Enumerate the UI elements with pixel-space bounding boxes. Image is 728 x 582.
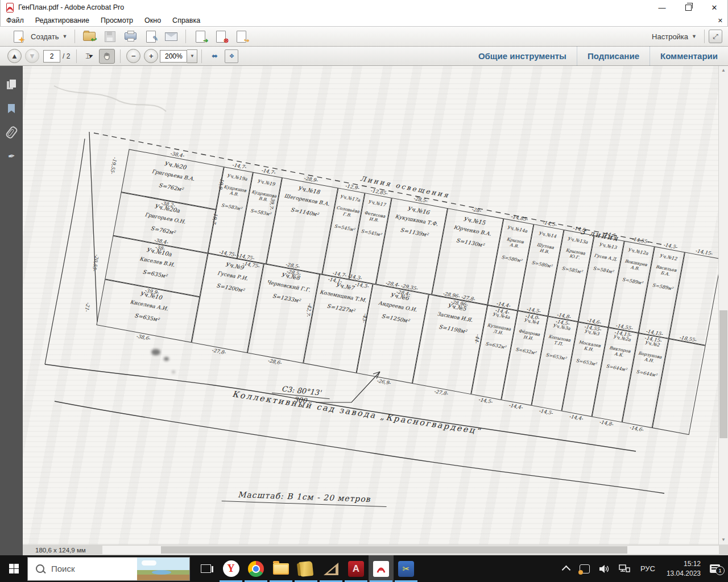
plot-number: Уч.№12а bbox=[627, 247, 648, 256]
weather-widget[interactable] bbox=[137, 558, 189, 580]
page-dimensions: 180,6 x 124,9 мм bbox=[35, 547, 86, 554]
menu-file[interactable]: Файл bbox=[1, 16, 30, 24]
plot-area: S=1227м² bbox=[326, 303, 355, 314]
taskbar-search[interactable]: Поиск bbox=[27, 557, 190, 581]
language-indicator[interactable]: РУС bbox=[640, 564, 655, 573]
settings-button[interactable]: Настройка ▼ bbox=[646, 31, 700, 43]
create-button[interactable]: Создать ▼ bbox=[5, 28, 71, 45]
zoom-dropdown-icon[interactable]: ▼ bbox=[187, 49, 197, 63]
plot-area: S=632м² bbox=[515, 347, 537, 356]
page-total-label: / 2 bbox=[63, 52, 70, 60]
plot-number: Уч.№3а bbox=[552, 323, 570, 331]
plot-owner: Кукушкина Т.Ф. bbox=[394, 213, 440, 228]
speaker-icon[interactable] bbox=[599, 564, 610, 573]
chrome-icon bbox=[248, 561, 264, 577]
scroll-down-icon[interactable]: ▼ bbox=[719, 535, 728, 544]
select-tool-icon[interactable]: ⌶➤ bbox=[82, 49, 97, 63]
scroll-icon bbox=[299, 560, 314, 576]
menu-window[interactable]: Окно bbox=[139, 16, 167, 24]
plot-number: Уч.№19 bbox=[257, 178, 275, 187]
scroll-up-icon[interactable]: ▲ bbox=[719, 66, 728, 75]
scroll-app-button[interactable] bbox=[293, 555, 318, 582]
acrobat-button[interactable] bbox=[369, 555, 394, 582]
expand-mode-icon[interactable]: ⤢ bbox=[709, 30, 722, 43]
yandex-browser-button[interactable]: Y bbox=[218, 555, 243, 582]
fit-page-icon[interactable]: ✥ bbox=[225, 49, 238, 63]
plot-top-dimension: -14,7- bbox=[225, 161, 254, 172]
bookmarks-icon[interactable] bbox=[0, 97, 23, 120]
zoom-level-input[interactable]: 200% bbox=[160, 50, 187, 63]
plot-number: Уч.№16 bbox=[407, 205, 430, 215]
notification-badge: 1 bbox=[715, 566, 725, 575]
settings-label: Настройка bbox=[652, 32, 688, 41]
chrome-button[interactable] bbox=[243, 555, 268, 582]
plot-bottom-dimension: -14,4- bbox=[500, 401, 531, 411]
vertical-scroll-thumb[interactable] bbox=[719, 310, 727, 438]
page-thumbnails-icon[interactable] bbox=[0, 73, 23, 97]
plot-bottom-dimension: -38,6- bbox=[96, 326, 191, 348]
export-icon[interactable]: ➜ bbox=[193, 30, 208, 43]
tab-tools[interactable]: Общие инструменты bbox=[468, 47, 577, 65]
share-icon[interactable]: ↪ bbox=[234, 30, 249, 43]
plot-number: Уч.№13а bbox=[567, 236, 588, 245]
notifications-icon[interactable]: 1 bbox=[710, 564, 720, 573]
plot-owner: Васильев Б.А. bbox=[650, 263, 681, 279]
restore-icon[interactable] bbox=[675, 0, 701, 15]
page-number-input[interactable]: 2 bbox=[43, 50, 60, 63]
sign-icon[interactable]: ✎ bbox=[143, 30, 158, 43]
plot-number: Уч.№17 bbox=[367, 199, 386, 208]
menu-help[interactable]: Справка bbox=[167, 16, 206, 24]
acrobat-pdf-icon bbox=[5, 3, 15, 13]
delete-page-icon[interactable]: ⊗ bbox=[213, 30, 228, 43]
plot-owner: Юрченко В.А. bbox=[452, 224, 493, 238]
acrobat-icon bbox=[373, 561, 389, 577]
file-explorer-button[interactable] bbox=[268, 555, 293, 582]
plot-bottom-dimension: -14,6- bbox=[622, 423, 652, 434]
zoom-out-button[interactable]: − bbox=[126, 49, 140, 63]
email-icon[interactable] bbox=[164, 30, 179, 43]
menu-edit[interactable]: Редактирование bbox=[30, 16, 95, 24]
tab-sign[interactable]: Подписание bbox=[577, 47, 650, 65]
network-icon[interactable] bbox=[619, 564, 630, 573]
clock[interactable]: 15:12 13.04.2023 bbox=[667, 559, 701, 577]
signatures-icon[interactable]: ✒ bbox=[0, 144, 23, 168]
navigation-toolbar: ▲ ▼ 2 / 2 ⌶➤ − + 200% ▼ ⬌ ✥ Общие инстру… bbox=[0, 47, 728, 66]
plot-number: Уч.№20а bbox=[154, 203, 180, 214]
plot-top-dimension: -14,5- bbox=[655, 240, 685, 251]
horizontal-scrollbar[interactable] bbox=[102, 546, 719, 554]
autocad-icon: A bbox=[348, 561, 364, 577]
snipping-tool-button[interactable]: ✂ bbox=[394, 555, 419, 582]
vertical-scrollbar[interactable]: ▲ ▼ bbox=[718, 66, 728, 544]
plot-number: Уч.№7 bbox=[335, 282, 354, 292]
start-button[interactable] bbox=[0, 555, 27, 582]
page-up-button[interactable]: ▲ bbox=[7, 49, 22, 63]
update-tray-icon[interactable] bbox=[580, 564, 590, 573]
plot-number: Уч.№9 bbox=[225, 261, 244, 271]
menubar-close-icon[interactable]: ✕ bbox=[713, 17, 727, 24]
plot-top-dimension: -14,15- bbox=[685, 246, 719, 258]
pdf-page: Уч.№20Григорьева В.А.S=762м²-38,4--38,2-… bbox=[23, 66, 719, 544]
document-area: Уч.№20Григорьева В.А.S=762м²-38,4--38,2-… bbox=[0, 66, 728, 544]
autocad-button[interactable]: A bbox=[344, 555, 369, 582]
horizontal-scroll-thumb[interactable] bbox=[161, 546, 627, 554]
page-down-button[interactable]: ▼ bbox=[25, 49, 39, 63]
plot-top-dimension: -14,85- bbox=[504, 213, 535, 223]
minimize-icon[interactable]: — bbox=[649, 0, 675, 15]
plot-area: S=1140м² bbox=[290, 206, 319, 218]
zoom-in-button[interactable]: + bbox=[144, 49, 158, 63]
tab-comments[interactable]: Комментарии bbox=[650, 47, 728, 65]
fit-width-icon[interactable]: ⬌ bbox=[208, 49, 221, 63]
open-icon[interactable]: ↩ bbox=[82, 30, 97, 43]
attachments-icon[interactable] bbox=[0, 120, 23, 144]
task-view-button[interactable] bbox=[193, 555, 218, 582]
print-icon[interactable] bbox=[123, 30, 138, 43]
plot-number: Уч.№20 bbox=[164, 160, 187, 171]
plot-bottom-dimension: -14,8- bbox=[591, 418, 621, 429]
menu-view[interactable]: Просмотр bbox=[95, 16, 139, 24]
set-square-app-button[interactable] bbox=[318, 555, 344, 582]
tray-chevron-icon[interactable] bbox=[562, 566, 571, 575]
hand-tool-icon[interactable] bbox=[99, 49, 115, 64]
close-icon[interactable]: ✕ bbox=[701, 0, 727, 15]
plot-area: S=584м² bbox=[593, 266, 614, 275]
plot-area: S=580м² bbox=[501, 255, 523, 264]
